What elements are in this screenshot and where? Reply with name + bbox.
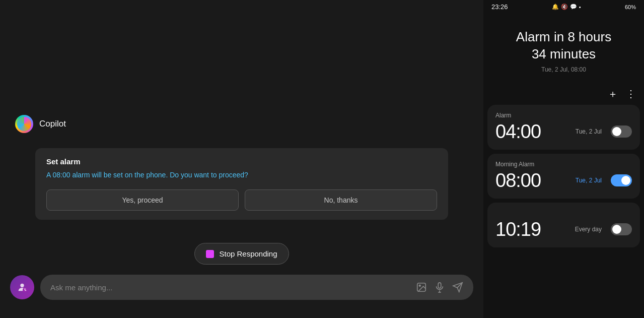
chat-icon: 💬	[570, 4, 577, 10]
alarm-item: 10:19 Every day	[487, 203, 640, 247]
alarm-item-controls-2: Every day	[575, 223, 632, 235]
avatar-icon	[17, 282, 28, 293]
next-alarm-section: Alarm in 8 hours 34 minutes Tue, 2 Jul, …	[483, 14, 644, 83]
alarm-item-date-1: Tue, 2 Jul	[576, 177, 602, 184]
status-bar: 23:26 🔔 🔇 💬 • 60%	[483, 0, 644, 14]
copilot-panel: Copilot Set alarm A 08:00 alarm will be …	[0, 0, 483, 318]
alarm-list-header: ＋ ⋮	[483, 83, 644, 105]
status-time: 23:26	[491, 3, 508, 11]
alarm-card: Set alarm A 08:00 alarm will be set on t…	[35, 148, 448, 220]
alarm-item-controls-0: Tue, 2 Jul	[576, 125, 632, 138]
alarm-toggle-1[interactable]	[611, 174, 632, 186]
alarm-item-time-0: 04:00	[495, 121, 541, 143]
alarm-toggle-2[interactable]	[611, 223, 632, 235]
alarm-desc-suffix: alarm will be set on the phone. Do you w…	[70, 171, 248, 179]
alarm-item-label-2	[495, 210, 632, 217]
alarm-item: Morning Alarm 08:00 Tue, 2 Jul	[487, 154, 640, 199]
alarm-item-time-2: 10:19	[495, 219, 541, 240]
notification-icon: 🔔	[552, 4, 559, 10]
status-battery: 60%	[625, 4, 636, 10]
svg-rect-4	[438, 283, 441, 288]
alarm-item-label-0: Alarm	[495, 112, 632, 119]
alarm-desc-prefix: A	[46, 171, 52, 179]
alarm-item: Alarm 04:00 Tue, 2 Jul	[487, 105, 640, 150]
next-alarm-subtitle: Tue, 2 Jul, 08:00	[493, 66, 634, 73]
battery-percent: 60%	[625, 4, 636, 10]
next-alarm-title: Alarm in 8 hours 34 minutes	[493, 29, 634, 63]
alarm-desc-time: 08:00	[52, 171, 70, 179]
alarm-toggle-0[interactable]	[611, 125, 632, 138]
status-icons: 🔔 🔇 💬 •	[552, 4, 581, 10]
yes-proceed-button[interactable]: Yes, proceed	[46, 189, 239, 211]
alarm-list: Alarm 04:00 Tue, 2 Jul Morning Alarm 08:…	[483, 105, 644, 318]
dot-icon: •	[579, 4, 581, 10]
alarm-card-description: A 08:00 alarm will be set on the phone. …	[46, 170, 437, 180]
alarm-action-buttons: Yes, proceed No, thanks	[46, 189, 437, 211]
copilot-header: Copilot	[0, 105, 483, 143]
image-upload-button[interactable]	[416, 282, 427, 293]
alarm-item-row-2: 10:19 Every day	[495, 219, 632, 240]
no-thanks-button[interactable]: No, thanks	[245, 189, 437, 211]
alarm-panel: 23:26 🔔 🔇 💬 • 60% Alarm in 8 hours 34 mi…	[483, 0, 644, 318]
volume-icon: 🔇	[561, 4, 568, 10]
alarm-card-title: Set alarm	[46, 157, 437, 166]
alarm-item-row-1: 08:00 Tue, 2 Jul	[495, 170, 632, 192]
alarm-item-label-1: Morning Alarm	[495, 161, 632, 168]
alarm-item-controls-1: Tue, 2 Jul	[576, 174, 632, 186]
copilot-logo	[15, 115, 33, 133]
stop-responding-wrapper: Stop Responding	[0, 243, 483, 265]
input-area: Ask me anything...	[0, 270, 483, 308]
svg-point-3	[419, 285, 420, 286]
send-button[interactable]	[452, 282, 463, 293]
alarm-item-date-0: Tue, 2 Jul	[576, 128, 602, 135]
stop-responding-button[interactable]: Stop Responding	[194, 243, 289, 265]
microphone-button[interactable]	[434, 282, 445, 293]
alarm-item-time-1: 08:00	[495, 170, 541, 192]
copilot-logo-inner	[17, 117, 31, 131]
stop-icon	[206, 250, 214, 258]
alarm-item-date-2: Every day	[575, 226, 602, 233]
input-icons	[416, 282, 463, 293]
stop-responding-label: Stop Responding	[219, 249, 277, 258]
copilot-content: Copilot Set alarm A 08:00 alarm will be …	[0, 0, 483, 318]
svg-point-0	[20, 284, 24, 287]
input-box[interactable]: Ask me anything...	[40, 275, 473, 300]
input-placeholder: Ask me anything...	[50, 283, 410, 292]
more-options-button[interactable]: ⋮	[626, 88, 636, 100]
alarm-item-row-0: 04:00 Tue, 2 Jul	[495, 121, 632, 143]
next-alarm-line1: Alarm in 8 hours	[516, 29, 611, 44]
next-alarm-line2: 34 minutes	[532, 46, 596, 61]
message-area: Set alarm A 08:00 alarm will be set on t…	[0, 143, 483, 233]
avatar-button[interactable]	[10, 275, 34, 299]
add-alarm-button[interactable]: ＋	[608, 87, 618, 101]
copilot-name: Copilot	[39, 119, 66, 129]
